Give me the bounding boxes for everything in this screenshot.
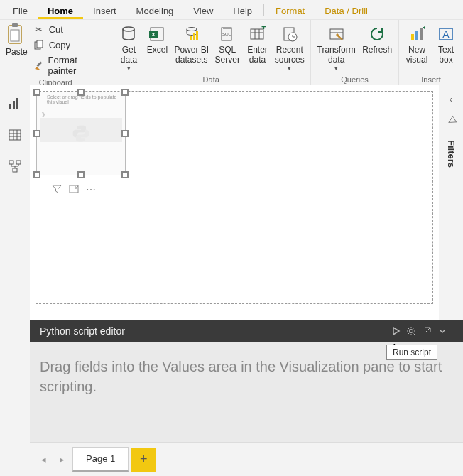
recent-sources-button[interactable]: Recent sources ▾ — [271, 21, 307, 72]
python-script-editor-pane: Python script editor Run script Drag fie… — [30, 320, 463, 442]
ribbon-group-queries: Transform data ▾ Refresh Queries — [311, 20, 399, 85]
recent-icon — [280, 24, 300, 44]
refresh-button[interactable]: Refresh — [359, 21, 396, 55]
script-options-button[interactable] — [406, 326, 422, 336]
svg-rect-25 — [411, 34, 414, 40]
page-prev-button[interactable]: ◂ — [36, 454, 51, 465]
text-box-label: Text box — [438, 45, 454, 65]
svg-text:+: + — [423, 26, 425, 31]
resize-handle[interactable] — [77, 89, 85, 96]
resize-handle[interactable] — [77, 171, 85, 178]
pbi-datasets-label: Power BI datasets — [174, 45, 209, 65]
copy-icon — [33, 39, 45, 50]
menu-insert[interactable]: Insert — [83, 1, 126, 19]
copy-label: Copy — [49, 40, 70, 50]
page-tab-strip: ◂ ▸ Page 1 + — [30, 442, 463, 476]
resize-handle[interactable] — [33, 130, 40, 137]
text-box-icon: A — [436, 24, 456, 44]
python-logo-icon — [71, 124, 91, 144]
editor-title: Python script editor — [40, 325, 391, 337]
svg-rect-26 — [415, 31, 418, 40]
new-visual-button[interactable]: + New visual — [402, 21, 432, 65]
add-page-button[interactable]: + — [131, 448, 156, 472]
resize-handle[interactable] — [121, 89, 129, 96]
get-data-label: Get data — [121, 45, 137, 65]
filters-pane-icon[interactable]: ◁ — [445, 113, 457, 126]
menu-separator — [263, 4, 264, 16]
sql-label: SQL Server — [215, 45, 240, 65]
collapse-chevron-left-icon[interactable]: ‹ — [450, 94, 452, 104]
excel-button[interactable]: X Excel — [143, 21, 171, 55]
menu-help[interactable]: Help — [223, 1, 262, 19]
filters-pane-label[interactable]: Filters — [446, 140, 457, 168]
visual-frame: Select or drag fields to populate this v… — [36, 92, 126, 175]
ribbon-group-data: Get data ▾ X Excel Power BI datasets SQL… — [111, 20, 311, 85]
run-script-tooltip: Run script — [386, 345, 437, 360]
data-view-button[interactable] — [6, 126, 23, 144]
chevron-down-icon — [437, 326, 447, 336]
canvas-page[interactable]: Select or drag fields to populate this v… — [36, 91, 433, 304]
resize-handle[interactable] — [33, 89, 40, 96]
menu-home[interactable]: Home — [38, 1, 83, 19]
collapse-editor-button[interactable] — [437, 326, 453, 336]
more-options-icon[interactable]: ⋯ — [86, 184, 96, 195]
pbi-datasets-icon — [182, 24, 202, 44]
paste-button[interactable]: Paste — [3, 21, 29, 57]
page-next-button[interactable]: ▸ — [54, 454, 70, 465]
cut-label: Cut — [49, 24, 63, 35]
get-data-button[interactable]: Get data ▾ — [114, 21, 143, 72]
ribbon-group-clipboard: Paste ✂ Cut Copy Format painter — [0, 20, 111, 85]
chevron-down-icon: ▾ — [127, 65, 131, 72]
resize-handle[interactable] — [121, 130, 129, 137]
menu-modeling[interactable]: Modeling — [126, 1, 184, 19]
left-view-rail — [0, 85, 30, 476]
report-view-button[interactable] — [6, 95, 23, 112]
svg-text:X: X — [152, 31, 156, 38]
new-visual-label: New visual — [406, 45, 428, 65]
resize-handle[interactable] — [33, 171, 40, 178]
sql-server-button[interactable]: SQL SQL Server — [212, 21, 243, 65]
transform-data-button[interactable]: Transform data ▾ — [314, 21, 359, 72]
chevron-down-icon: ▾ — [288, 65, 291, 72]
filter-icon[interactable] — [52, 184, 62, 195]
enter-data-label: Enter data — [247, 45, 268, 65]
python-visual-selected[interactable]: Select or drag fields to populate this v… — [36, 92, 126, 175]
focus-mode-icon[interactable] — [69, 184, 79, 195]
plus-icon: + — [140, 452, 148, 467]
model-view-button[interactable] — [6, 158, 23, 175]
format-painter-label: Format painter — [48, 55, 104, 76]
menu-file[interactable]: File — [3, 1, 38, 19]
editor-header: Python script editor Run script — [30, 320, 463, 342]
svg-rect-42 — [70, 185, 78, 193]
text-box-button[interactable]: A Text box — [432, 21, 460, 65]
copy-button[interactable]: Copy — [32, 38, 106, 51]
svg-rect-39 — [9, 161, 13, 164]
svg-rect-31 — [9, 104, 11, 109]
popout-button[interactable] — [422, 326, 437, 336]
page-tab-1[interactable]: Page 1 — [72, 447, 129, 472]
svg-text:A: A — [442, 28, 450, 40]
ribbon: Paste ✂ Cut Copy Format painter — [0, 20, 463, 85]
refresh-label: Refresh — [362, 45, 392, 55]
chevron-down-icon: ▾ — [334, 65, 338, 72]
svg-rect-41 — [13, 168, 17, 172]
resize-handle[interactable] — [121, 171, 129, 178]
format-painter-button[interactable]: Format painter — [32, 54, 106, 77]
svg-rect-34 — [9, 130, 21, 140]
queries-group-label: Queries — [314, 75, 396, 85]
gear-icon — [406, 326, 416, 336]
svg-point-43 — [410, 330, 413, 333]
menu-format[interactable]: Format — [266, 1, 315, 19]
menu-view[interactable]: View — [183, 1, 223, 19]
pbi-datasets-button[interactable]: Power BI datasets — [171, 21, 212, 65]
scissors-icon: ✂ — [33, 23, 45, 35]
svg-text:SQL: SQL — [222, 32, 232, 36]
svg-point-6 — [123, 27, 134, 31]
enter-data-button[interactable]: + Enter data — [243, 21, 271, 65]
run-script-button[interactable]: Run script — [391, 326, 406, 336]
cut-button[interactable]: ✂ Cut — [32, 23, 106, 36]
refresh-icon — [367, 24, 387, 44]
ribbon-group-insert: + New visual A Text box Insert — [399, 20, 463, 85]
menu-data-drill[interactable]: Data / Drill — [315, 1, 378, 19]
excel-icon: X — [147, 24, 167, 44]
